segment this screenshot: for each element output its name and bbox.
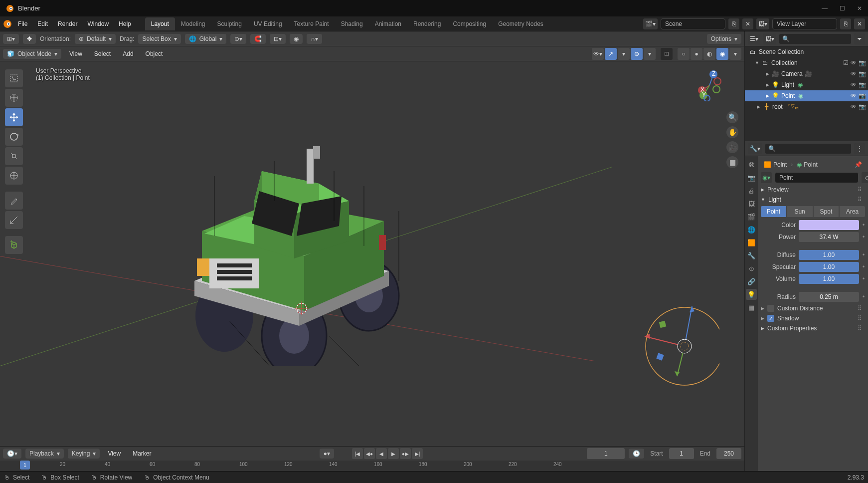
scene-delete-button[interactable]: ✕ <box>742 18 753 29</box>
viewport-menu-view[interactable]: View <box>65 48 86 59</box>
nav-zoom-icon[interactable]: 🔍 <box>726 111 738 123</box>
snap-toggle[interactable]: 🧲 <box>250 34 266 44</box>
outliner-display-mode[interactable]: 🖼▾ <box>763 33 776 44</box>
checkbox-icon[interactable]: ☑ <box>843 59 849 66</box>
orientation-dropdown[interactable]: ⊕ Default ▾ <box>75 34 116 44</box>
current-frame-input[interactable] <box>587 448 625 459</box>
light-radius-input[interactable]: 0.25 m <box>799 292 859 302</box>
shadow-checkbox[interactable]: ✓ <box>767 315 774 322</box>
clock-icon[interactable]: 🕒 <box>629 449 644 459</box>
shading-dropdown[interactable]: ▾ <box>729 48 741 60</box>
shading-rendered[interactable]: ◉ <box>716 48 728 60</box>
proportional-edit-toggle[interactable]: ◉ <box>290 34 303 44</box>
jump-keyframe-next-icon[interactable]: ●▶ <box>400 448 411 459</box>
jump-to-end-icon[interactable]: ▶| <box>412 448 423 459</box>
custom-properties-panel-header[interactable]: ▶Custom Properties⠿ <box>761 325 865 332</box>
eye-icon[interactable]: 👁 <box>851 92 857 99</box>
nav-pan-icon[interactable]: ✋ <box>726 126 738 138</box>
gizmo-dropdown[interactable]: ▾ <box>618 48 630 60</box>
expand-icon[interactable]: ▶ <box>757 104 760 109</box>
tool-scale[interactable] <box>5 147 23 165</box>
prop-tab-object[interactable]: 🟧 <box>746 237 757 248</box>
3d-viewport[interactable]: User Perspective (1) Collection | Point … <box>0 61 744 446</box>
tool-measure[interactable] <box>5 211 23 229</box>
shadow-panel-header[interactable]: ▶ ✓ Shadow ⠿ <box>761 315 865 322</box>
workspace-tab-modeling[interactable]: Modeling <box>175 17 211 30</box>
timeline-playback-dropdown[interactable]: Playback ▾ <box>25 449 64 459</box>
prop-tab-world[interactable]: 🌐 <box>746 224 757 235</box>
light-volume-input[interactable]: 1.00 <box>799 274 859 284</box>
timeline-keying-dropdown[interactable]: Keying ▾ <box>68 449 100 459</box>
light-data-name-input[interactable] <box>775 172 859 183</box>
playhead[interactable]: 1 <box>20 461 30 470</box>
window-close-button[interactable]: ✕ <box>857 5 862 12</box>
overlays-dropdown[interactable]: ▾ <box>644 48 656 60</box>
truck-mesh[interactable] <box>189 146 419 366</box>
active-tool-icon[interactable]: ✥ <box>23 34 36 44</box>
menu-window[interactable]: Window <box>83 18 113 29</box>
timeline-editor-type[interactable]: 🕒▾ <box>3 449 21 459</box>
viewport-menu-object[interactable]: Object <box>142 48 167 59</box>
menu-render[interactable]: Render <box>54 18 81 29</box>
prop-tab-physics[interactable]: ⊙ <box>746 263 757 274</box>
light-color-swatch[interactable] <box>799 220 859 230</box>
light-power-input[interactable]: 37.4 W <box>799 232 859 242</box>
nav-perspective-icon[interactable]: ▦ <box>726 156 738 168</box>
proportional-falloff-dropdown[interactable]: ∩▾ <box>307 34 322 44</box>
overlays-toggle[interactable]: ⊖ <box>631 48 643 60</box>
custom-distance-panel-header[interactable]: ▶ Custom Distance ⠿ <box>761 305 865 312</box>
outliner-item-root[interactable]: ▶ ╋ root ⁷ ▽69 👁📷 <box>745 101 868 112</box>
light-type-area[interactable]: Area <box>840 206 865 217</box>
expand-icon[interactable]: ▼ <box>755 60 759 65</box>
outliner[interactable]: 🗀 Scene Collection ▼ 🗀 Collection ☑👁📷 ▶ … <box>745 46 868 141</box>
shading-wireframe[interactable]: ○ <box>678 48 690 60</box>
mode-dropdown[interactable]: 🧊 Object Mode ▾ <box>3 49 61 59</box>
workspace-tab-layout[interactable]: Layout <box>145 17 175 30</box>
eye-icon[interactable]: 👁 <box>851 59 857 66</box>
eye-icon[interactable]: 👁 <box>851 70 857 77</box>
eye-icon[interactable]: 👁 <box>851 103 857 110</box>
outliner-scene-collection[interactable]: 🗀 Scene Collection <box>745 46 868 57</box>
viewlayer-new-button[interactable]: ⎘ <box>840 18 851 29</box>
outliner-editor-type[interactable]: ☰▾ <box>748 33 760 44</box>
custom-distance-checkbox[interactable] <box>767 305 774 312</box>
prop-tab-tool[interactable]: 🛠 <box>746 159 757 170</box>
window-maximize-button[interactable]: ☐ <box>840 5 845 12</box>
tool-add-cube[interactable]: + <box>5 236 23 254</box>
prop-tab-texture[interactable]: ▦ <box>746 302 757 313</box>
workspace-tab-animation[interactable]: Animation <box>369 17 407 30</box>
visibility-dropdown[interactable]: 👁▾ <box>592 48 604 60</box>
prop-tab-render[interactable]: 📷 <box>746 172 757 183</box>
preview-panel-header[interactable]: ▶Preview⠿ <box>761 186 865 193</box>
disable-render-icon[interactable]: 📷 <box>859 81 866 88</box>
play-reverse-icon[interactable]: ◀ <box>376 448 387 459</box>
properties-options[interactable]: ⋮ <box>854 143 865 154</box>
light-panel-header[interactable]: ▼Light⠿ <box>761 196 865 203</box>
prop-tab-constraints[interactable]: 🔗 <box>746 276 757 287</box>
workspace-tab-sculpting[interactable]: Sculpting <box>211 17 248 30</box>
timeline-menu-marker[interactable]: Marker <box>129 448 155 459</box>
scene-name-input[interactable] <box>661 18 725 29</box>
workspace-tab-shading[interactable]: Shading <box>335 17 369 30</box>
tool-annotate[interactable] <box>5 192 23 210</box>
editor-type-button[interactable]: ⊞▾ <box>3 34 19 44</box>
xray-toggle[interactable]: ⊡ <box>661 48 673 60</box>
shading-matprev[interactable]: ◐ <box>703 48 715 60</box>
timeline-menu-view[interactable]: View <box>104 448 125 459</box>
workspace-tab-uv-editing[interactable]: UV Editing <box>248 17 288 30</box>
timeline-autokey-toggle[interactable]: ●▾ <box>320 449 334 459</box>
shading-solid[interactable]: ● <box>691 48 702 60</box>
properties-editor-type[interactable]: 🔧▾ <box>748 143 762 154</box>
outliner-collection[interactable]: ▼ 🗀 Collection ☑👁📷 <box>745 57 868 68</box>
workspace-tab-rendering[interactable]: Rendering <box>407 17 447 30</box>
menu-help[interactable]: Help <box>115 18 135 29</box>
options-dropdown[interactable]: Options ▾ <box>707 34 741 44</box>
gizmo-toggle[interactable]: ↗ <box>605 48 617 60</box>
viewlayer-name-input[interactable] <box>772 18 837 29</box>
pin-icon[interactable]: 📌 <box>855 161 862 168</box>
jump-keyframe-prev-icon[interactable]: ◀● <box>364 448 375 459</box>
window-minimize-button[interactable]: — <box>822 5 828 12</box>
disable-render-icon[interactable]: 📷 <box>859 70 866 77</box>
light-type-spot[interactable]: Spot <box>814 206 839 217</box>
scene-browse-button[interactable]: 🎬▾ <box>643 18 658 29</box>
